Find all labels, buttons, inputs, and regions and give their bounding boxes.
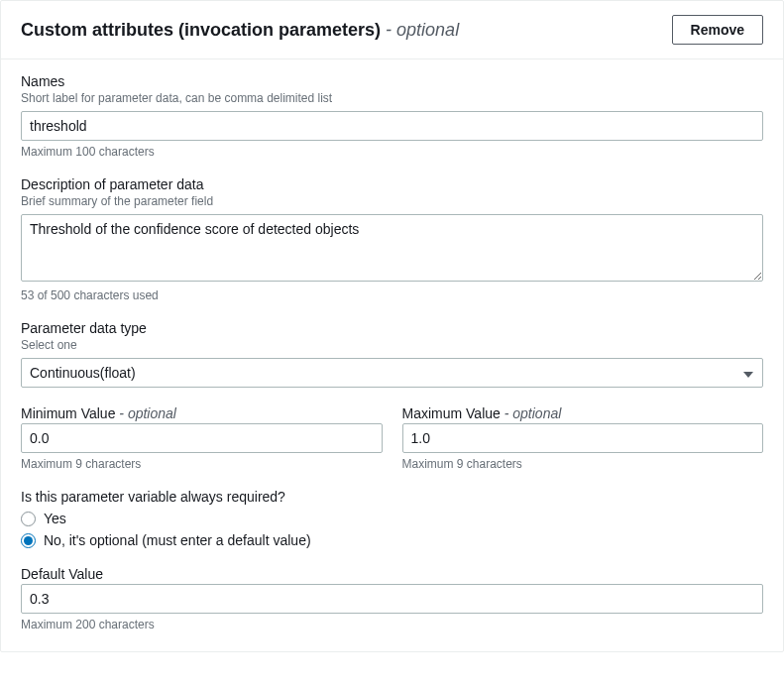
default-value-label: Default Value	[21, 566, 763, 582]
description-hint: Brief summary of the parameter field	[21, 194, 763, 208]
max-value-label: Maximum Value - optional	[402, 405, 764, 421]
panel-body: Names Short label for parameter data, ca…	[1, 59, 783, 651]
min-value-label: Minimum Value - optional	[21, 405, 383, 421]
required-field: Is this parameter variable always requir…	[21, 489, 763, 548]
min-value-field: Minimum Value - optional Maximum 9 chara…	[21, 405, 383, 471]
max-value-constraint: Maximum 9 characters	[402, 457, 764, 471]
names-field: Names Short label for parameter data, ca…	[21, 73, 763, 159]
min-value-constraint: Maximum 9 characters	[21, 457, 383, 471]
names-label: Names	[21, 73, 763, 89]
radio-icon	[21, 533, 36, 548]
data-type-label: Parameter data type	[21, 320, 763, 336]
min-value-input[interactable]	[21, 423, 383, 453]
radio-icon	[21, 512, 36, 526]
names-constraint: Maximum 100 characters	[21, 145, 763, 159]
default-value-constraint: Maximum 200 characters	[21, 618, 763, 631]
min-value-label-text: Minimum Value	[21, 405, 115, 421]
description-constraint: 53 of 500 characters used	[21, 288, 763, 302]
required-question: Is this parameter variable always requir…	[21, 489, 763, 505]
description-label: Description of parameter data	[21, 176, 763, 192]
data-type-field: Parameter data type Select one Continuou…	[21, 320, 763, 388]
custom-attributes-panel: Custom attributes (invocation parameters…	[0, 0, 784, 652]
default-value-field: Default Value Maximum 200 characters	[21, 566, 763, 631]
panel-title: Custom attributes (invocation parameters…	[21, 20, 459, 41]
description-field: Description of parameter data Brief summ…	[21, 176, 763, 302]
data-type-hint: Select one	[21, 338, 763, 352]
data-type-select[interactable]: Continuous(float)	[21, 358, 763, 388]
panel-title-optional: - optional	[381, 20, 459, 40]
names-hint: Short label for parameter data, can be c…	[21, 91, 763, 105]
max-value-optional: - optional	[501, 405, 561, 421]
required-no-label: No, it's optional (must enter a default …	[44, 532, 311, 548]
required-radio-yes[interactable]: Yes	[21, 511, 763, 526]
max-value-label-text: Maximum Value	[402, 405, 501, 421]
remove-button[interactable]: Remove	[672, 15, 763, 45]
required-radio-no[interactable]: No, it's optional (must enter a default …	[21, 532, 763, 548]
names-input[interactable]	[21, 111, 763, 141]
required-yes-label: Yes	[44, 511, 66, 526]
data-type-select-wrap: Continuous(float)	[21, 358, 763, 388]
required-radio-group: Yes No, it's optional (must enter a defa…	[21, 511, 763, 548]
max-value-field: Maximum Value - optional Maximum 9 chara…	[402, 405, 764, 471]
panel-header: Custom attributes (invocation parameters…	[1, 1, 783, 59]
min-max-row: Minimum Value - optional Maximum 9 chara…	[21, 405, 763, 489]
default-value-input[interactable]	[21, 584, 763, 614]
max-value-input[interactable]	[402, 423, 764, 453]
description-input[interactable]	[21, 214, 763, 282]
min-value-optional: - optional	[115, 405, 175, 421]
panel-title-text: Custom attributes (invocation parameters…	[21, 20, 381, 40]
